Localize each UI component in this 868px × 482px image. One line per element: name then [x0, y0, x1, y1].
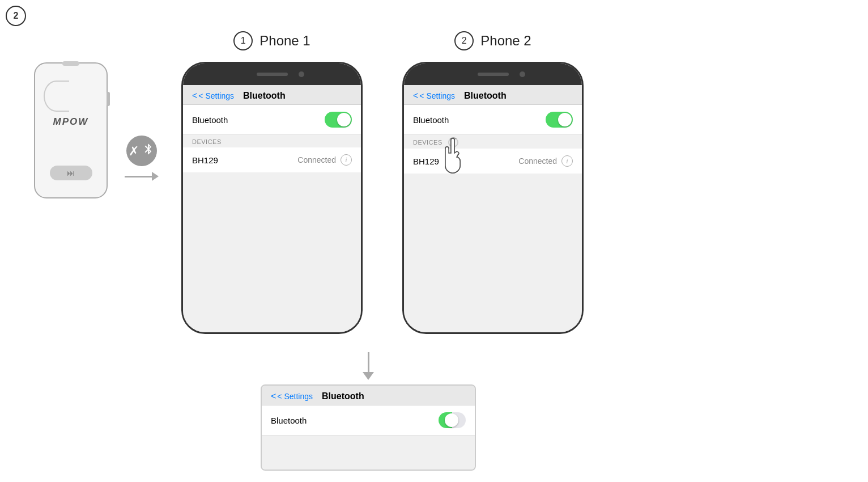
bottom-panel-bluetooth-label: Bluetooth — [271, 416, 307, 425]
bottom-panel: < < Settings Bluetooth Bluetooth — [261, 384, 476, 471]
bottom-panel-bluetooth-toggle[interactable] — [439, 412, 466, 428]
phone1-bluetooth-toggle[interactable] — [325, 112, 352, 128]
phone2-loading-spinner — [448, 137, 458, 147]
device-top-button — [62, 61, 79, 66]
phone2-nav-bar: < < Settings Bluetooth — [404, 85, 582, 105]
phone2-mockup: < < Settings Bluetooth Bluetooth — [402, 62, 584, 334]
step-badge: 2 — [6, 6, 26, 26]
phone2-bluetooth-row: Bluetooth — [404, 105, 582, 135]
mpow-device: MPOW ⏭ — [34, 62, 108, 198]
phone2-speaker — [478, 73, 509, 76]
phone1-back-chevron-icon: < — [192, 91, 197, 101]
phone2-bluetooth-section: Bluetooth — [404, 105, 582, 135]
phone2-device-row[interactable]: BH129 Connected i — [404, 149, 582, 174]
phone1-camera — [299, 71, 304, 77]
phone1-bluetooth-row: Bluetooth — [183, 105, 361, 135]
phone2-column: 2 Phone 2 < < Settings — [402, 31, 584, 334]
phone1-column: 1 Phone 1 < < Settings — [181, 31, 363, 334]
phone2-bluetooth-label: Bluetooth — [413, 115, 449, 125]
phone1-devices-header: DEVICES — [183, 135, 361, 147]
phone2-camera — [520, 71, 525, 77]
phone2-nav-title: Bluetooth — [464, 91, 507, 101]
phone2-label: 2 Phone 2 — [454, 31, 531, 50]
phone1-connected-text: Connected — [297, 155, 336, 164]
phone2-bluetooth-toggle[interactable] — [546, 112, 573, 128]
phone2-num: 2 — [454, 31, 474, 50]
bottom-section: < < Settings Bluetooth Bluetooth — [261, 343, 476, 471]
phones-section: 1 Phone 1 < < Settings — [181, 31, 584, 334]
device-logo: MPOW — [53, 116, 89, 128]
bottom-panel-back-chevron-icon: < — [271, 391, 276, 401]
phone1-device-name: BH129 — [192, 155, 218, 165]
bottom-panel-back-button[interactable]: < < Settings — [271, 391, 313, 401]
bluetooth-arrow-section: ✗ — [125, 136, 159, 182]
phone1-device-status-area: Connected i — [297, 154, 352, 166]
page: 2 MPOW ⏭ ✗ — [0, 0, 868, 482]
bluetooth-symbol: ✗ — [129, 143, 155, 159]
bottom-panel-empty-area — [262, 436, 475, 470]
top-row: MPOW ⏭ ✗ — [0, 31, 868, 334]
bottom-panel-nav-bar: < < Settings Bluetooth — [262, 386, 475, 405]
phone1-mockup: < < Settings Bluetooth Bluetooth DEVICES — [181, 62, 363, 334]
phone2-devices-header: DEVICES — [413, 139, 442, 146]
phone2-back-button[interactable]: < < Settings — [413, 91, 455, 101]
bottom-panel-nav-title: Bluetooth — [322, 391, 364, 401]
phone1-speaker — [257, 73, 288, 76]
phone1-title: Phone 1 — [259, 33, 310, 49]
phone1-label: 1 Phone 1 — [233, 31, 310, 50]
phone1-num: 1 — [233, 31, 253, 50]
skip-icon: ⏭ — [67, 168, 75, 177]
bottom-panel-bluetooth-section: Bluetooth — [262, 405, 475, 436]
phone1-nav-bar: < < Settings Bluetooth — [183, 85, 361, 105]
device-section: MPOW ⏭ ✗ — [34, 62, 159, 198]
phone2-connected-text: Connected — [518, 157, 557, 166]
down-arrow-container — [363, 352, 374, 380]
phone1-device-row[interactable]: BH129 Connected i — [183, 147, 361, 172]
down-arrow-head — [363, 372, 374, 380]
phone2-back-chevron-icon: < — [413, 91, 418, 101]
phone1-notch-area — [183, 64, 361, 85]
phone1-back-button[interactable]: < < Settings — [192, 91, 234, 101]
down-arrow-icon — [363, 352, 374, 380]
down-arrow-line — [368, 352, 369, 372]
bottom-panel-bluetooth-row: Bluetooth — [262, 405, 475, 436]
phone1-info-button[interactable]: i — [341, 154, 352, 166]
phone2-screen: < < Settings Bluetooth Bluetooth — [404, 85, 582, 332]
phone1-bluetooth-label: Bluetooth — [192, 115, 228, 125]
arrow-right-icon — [125, 171, 159, 182]
phone1-bluetooth-section: Bluetooth — [183, 105, 361, 135]
device-play-button: ⏭ — [50, 166, 92, 180]
phone2-info-button[interactable]: i — [561, 155, 573, 167]
phone2-notch-area — [404, 64, 582, 85]
phone1-screen: < < Settings Bluetooth Bluetooth DEVICES — [183, 85, 361, 332]
phone1-nav-title: Bluetooth — [243, 91, 286, 101]
device-side-button — [107, 92, 110, 106]
phone2-device-name: BH129 — [413, 157, 439, 166]
phone2-device-status-area: Connected i — [518, 155, 573, 167]
bluetooth-icon: ✗ — [126, 136, 157, 166]
phone2-title: Phone 2 — [480, 33, 531, 49]
device-curve-decoration — [44, 81, 69, 112]
